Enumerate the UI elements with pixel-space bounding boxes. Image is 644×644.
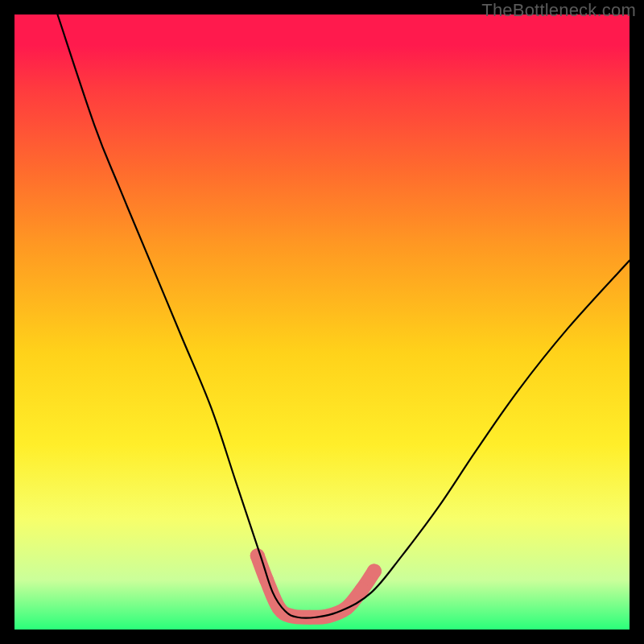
highlight-dot [355,582,369,597]
plot-area [14,14,630,630]
watermark-text: TheBottleneck.com [481,0,636,21]
chart-svg [14,14,630,630]
highlight-dot [367,564,382,578]
curve-series [57,14,630,618]
chart-frame: TheBottleneck.com [0,0,644,644]
